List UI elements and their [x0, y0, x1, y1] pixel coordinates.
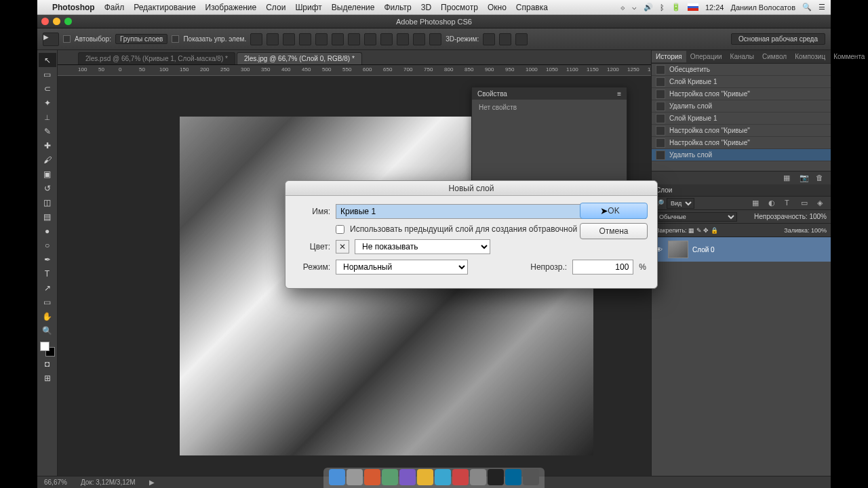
- tab-actions[interactable]: Операции: [686, 51, 726, 62]
- history-item[interactable]: Удалить слой: [652, 100, 831, 113]
- history-item[interactable]: Обесцветить: [652, 64, 831, 76]
- zoom-level[interactable]: 66,67%: [44, 479, 67, 486]
- distrib-icon-1[interactable]: [348, 33, 360, 45]
- history-newdoc-icon[interactable]: ▦: [783, 174, 793, 183]
- align-icon-6[interactable]: [332, 33, 344, 45]
- ok-button[interactable]: OK: [580, 203, 648, 219]
- distrib-icon-6[interactable]: [429, 33, 441, 45]
- zoom-tool[interactable]: 🔍: [39, 323, 56, 338]
- tab-history[interactable]: История: [652, 51, 686, 62]
- statusbar-arrow-icon[interactable]: ▶: [149, 479, 155, 486]
- filter-img-icon[interactable]: ▦: [752, 199, 762, 208]
- 3d-icon-3[interactable]: [515, 33, 528, 45]
- mode-select[interactable]: Нормальный: [336, 260, 468, 274]
- filter-type-icon[interactable]: T: [785, 199, 794, 208]
- screenmode-tool[interactable]: ⊞: [39, 371, 56, 385]
- menu-filter[interactable]: Фильтр: [384, 3, 411, 12]
- workspace-select[interactable]: Основная рабочая среда: [731, 33, 825, 45]
- 3d-icon-2[interactable]: [499, 33, 511, 45]
- menu-view[interactable]: Просмотр: [441, 3, 478, 12]
- panel-menu-icon[interactable]: ≡: [617, 90, 621, 98]
- align-icon-1[interactable]: [250, 33, 262, 45]
- move-tool[interactable]: ↖: [39, 53, 56, 67]
- menu-type[interactable]: Шрифт: [295, 3, 321, 12]
- color-select[interactable]: Не показывать: [355, 239, 490, 254]
- dock-photoshop-icon[interactable]: [505, 469, 521, 485]
- distrib-icon-5[interactable]: [413, 33, 425, 45]
- 3d-icon-1[interactable]: [483, 33, 495, 45]
- marquee-tool[interactable]: ▭: [39, 67, 56, 81]
- document-tab-2[interactable]: 2les.jpg @ 66,7% (Слой 0, RGB/8) *: [237, 52, 362, 64]
- gradient-tool[interactable]: ▤: [39, 209, 56, 224]
- menu-image[interactable]: Изображение: [205, 3, 257, 12]
- input-flag-icon[interactable]: [688, 3, 698, 11]
- lasso-tool[interactable]: ⊂: [39, 81, 56, 96]
- blend-mode-select[interactable]: Обычные: [656, 212, 737, 222]
- hand-tool[interactable]: ✋: [39, 309, 56, 323]
- blur-tool[interactable]: ●: [39, 224, 56, 238]
- history-item[interactable]: Слой Кривые 1: [652, 76, 831, 88]
- pen-tool[interactable]: ✒: [39, 252, 56, 266]
- dock-app-icon[interactable]: [452, 469, 469, 485]
- history-item[interactable]: Удалить слой: [652, 149, 831, 161]
- history-item[interactable]: Настройка слоя "Кривые": [652, 88, 831, 100]
- menu-select[interactable]: Выделение: [332, 3, 375, 12]
- doc-size[interactable]: Док: 3,12M/3,12M: [81, 479, 136, 486]
- brush-tool[interactable]: 🖌: [39, 152, 56, 167]
- volume-icon[interactable]: 🔊: [644, 3, 653, 12]
- filter-adj-icon[interactable]: ◐: [768, 199, 778, 208]
- color-swatch[interactable]: [40, 342, 55, 357]
- history-item[interactable]: Настройка слоя "Кривые": [652, 125, 831, 137]
- align-icon-4[interactable]: [299, 33, 311, 45]
- menu-window[interactable]: Окно: [488, 3, 507, 12]
- opacity-value[interactable]: 100%: [809, 213, 827, 220]
- clip-checkbox[interactable]: [336, 225, 344, 234]
- autoselect-select[interactable]: Группы слоев: [115, 34, 167, 44]
- path-tool[interactable]: ↗: [39, 281, 56, 295]
- eyedropper-tool[interactable]: ✎: [39, 124, 56, 138]
- cancel-button[interactable]: Отмена: [580, 223, 648, 239]
- document-tab-1[interactable]: 2les.psd @ 66,7% (Кривые 1, Слой-маска/8…: [78, 52, 235, 64]
- layer-row-0[interactable]: 👁 Слой 0: [652, 237, 831, 262]
- user-name[interactable]: Даниил Волосатов: [730, 3, 795, 12]
- battery-icon[interactable]: 🔋: [671, 3, 681, 12]
- filter-smart-icon[interactable]: ◈: [817, 199, 827, 208]
- dock-app-icon[interactable]: [382, 469, 398, 485]
- layer-kind-select[interactable]: Вид: [667, 198, 694, 209]
- dock-app-icon[interactable]: [417, 469, 433, 485]
- autoselect-checkbox[interactable]: [63, 35, 71, 43]
- history-item[interactable]: Слой Кривые 1: [652, 113, 831, 125]
- history-snapshot-icon[interactable]: 📷: [800, 174, 809, 183]
- distrib-icon-2[interactable]: [364, 33, 376, 45]
- dock-app-icon[interactable]: [488, 469, 504, 485]
- tab-character[interactable]: Символ: [758, 51, 791, 62]
- heal-tool[interactable]: ✚: [39, 138, 56, 152]
- current-tool-icon[interactable]: ▶: [43, 33, 59, 46]
- zoom-icon[interactable]: [64, 18, 72, 25]
- align-icon-2[interactable]: [267, 33, 279, 45]
- dock-app-icon[interactable]: [399, 469, 416, 485]
- align-icon-3[interactable]: [283, 33, 295, 45]
- tab-comments[interactable]: Коммента: [829, 51, 868, 62]
- showcontrols-checkbox[interactable]: [172, 35, 179, 43]
- menu-3d[interactable]: 3D: [421, 3, 431, 12]
- macos-dock[interactable]: [323, 468, 545, 488]
- opacity-input[interactable]: [572, 260, 633, 274]
- bluetooth-icon[interactable]: ᛒ: [660, 3, 665, 12]
- dock-app-icon[interactable]: [435, 469, 451, 485]
- notifications-icon[interactable]: ☰: [818, 3, 825, 12]
- distrib-icon-4[interactable]: [397, 33, 409, 45]
- menu-layers[interactable]: Слои: [266, 3, 285, 12]
- align-icon-5[interactable]: [315, 33, 328, 45]
- close-icon[interactable]: [41, 18, 49, 25]
- tab-channels[interactable]: Каналы: [726, 51, 759, 62]
- dropbox-icon[interactable]: ⟐: [620, 3, 625, 12]
- filter-shape-icon[interactable]: ▭: [801, 199, 810, 208]
- menu-help[interactable]: Справка: [516, 3, 548, 12]
- spotlight-icon[interactable]: 🔍: [802, 3, 812, 12]
- eraser-tool[interactable]: ◫: [39, 195, 56, 209]
- dock-app-icon[interactable]: [470, 469, 486, 485]
- quickmask-tool[interactable]: ◘: [39, 357, 56, 371]
- dodge-tool[interactable]: ○: [39, 238, 56, 252]
- dock-app-icon[interactable]: [347, 469, 363, 485]
